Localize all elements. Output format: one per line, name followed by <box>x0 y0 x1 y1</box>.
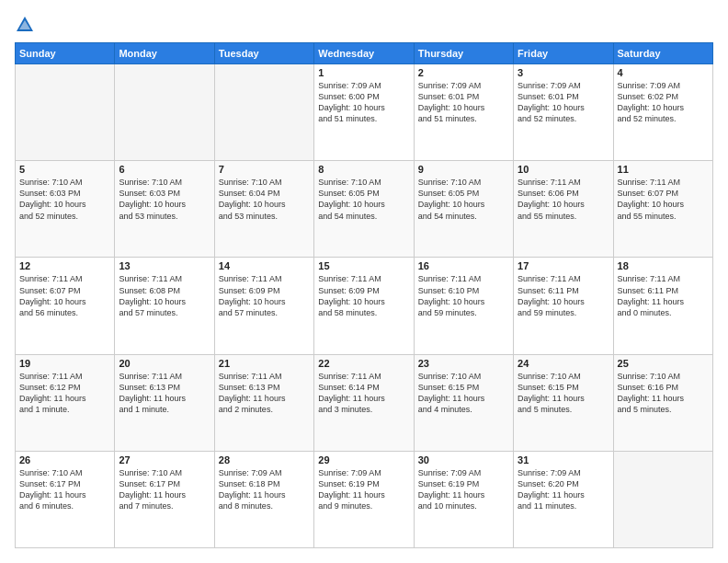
day-info: Sunrise: 7:09 AM Sunset: 6:19 PM Dayligh… <box>318 467 409 512</box>
week-row-5: 26Sunrise: 7:10 AM Sunset: 6:17 PM Dayli… <box>16 451 713 547</box>
day-number: 26 <box>19 454 110 465</box>
day-number: 14 <box>219 260 310 271</box>
day-info: Sunrise: 7:09 AM Sunset: 6:20 PM Dayligh… <box>518 467 609 512</box>
day-cell: 18Sunrise: 7:11 AM Sunset: 6:11 PM Dayli… <box>613 258 712 354</box>
week-row-4: 19Sunrise: 7:11 AM Sunset: 6:12 PM Dayli… <box>16 354 713 451</box>
day-cell: 22Sunrise: 7:11 AM Sunset: 6:14 PM Dayli… <box>314 354 414 451</box>
day-info: Sunrise: 7:09 AM Sunset: 6:01 PM Dayligh… <box>418 80 509 125</box>
day-info: Sunrise: 7:09 AM Sunset: 6:19 PM Dayligh… <box>418 467 509 512</box>
weekday-header-sunday: Sunday <box>16 43 115 64</box>
day-info: Sunrise: 7:09 AM Sunset: 6:01 PM Dayligh… <box>518 80 609 125</box>
day-number: 22 <box>318 358 409 369</box>
day-number: 9 <box>418 164 509 175</box>
header <box>15 15 713 35</box>
day-cell <box>214 64 313 161</box>
day-info: Sunrise: 7:11 AM Sunset: 6:08 PM Dayligh… <box>119 273 210 318</box>
day-cell: 11Sunrise: 7:11 AM Sunset: 6:07 PM Dayli… <box>613 161 712 258</box>
day-info: Sunrise: 7:10 AM Sunset: 6:16 PM Dayligh… <box>618 371 709 416</box>
day-cell: 12Sunrise: 7:11 AM Sunset: 6:07 PM Dayli… <box>16 258 115 354</box>
day-cell: 21Sunrise: 7:11 AM Sunset: 6:13 PM Dayli… <box>214 354 313 451</box>
day-number: 1 <box>318 67 409 78</box>
day-number: 13 <box>119 260 210 271</box>
day-info: Sunrise: 7:10 AM Sunset: 6:15 PM Dayligh… <box>518 371 609 416</box>
day-number: 29 <box>318 454 409 465</box>
day-cell: 29Sunrise: 7:09 AM Sunset: 6:19 PM Dayli… <box>314 451 414 547</box>
page: SundayMondayTuesdayWednesdayThursdayFrid… <box>0 0 728 563</box>
week-row-2: 5Sunrise: 7:10 AM Sunset: 6:03 PM Daylig… <box>16 161 713 258</box>
day-info: Sunrise: 7:11 AM Sunset: 6:11 PM Dayligh… <box>518 273 609 318</box>
day-cell: 9Sunrise: 7:10 AM Sunset: 6:05 PM Daylig… <box>414 161 513 258</box>
day-info: Sunrise: 7:11 AM Sunset: 6:07 PM Dayligh… <box>19 273 110 318</box>
day-cell: 17Sunrise: 7:11 AM Sunset: 6:11 PM Dayli… <box>514 258 613 354</box>
day-cell: 28Sunrise: 7:09 AM Sunset: 6:18 PM Dayli… <box>214 451 313 547</box>
day-number: 31 <box>518 454 609 465</box>
day-cell <box>613 451 712 547</box>
day-cell: 4Sunrise: 7:09 AM Sunset: 6:02 PM Daylig… <box>613 64 712 161</box>
weekday-header-row: SundayMondayTuesdayWednesdayThursdayFrid… <box>16 43 713 64</box>
day-cell: 8Sunrise: 7:10 AM Sunset: 6:05 PM Daylig… <box>314 161 414 258</box>
day-cell: 27Sunrise: 7:10 AM Sunset: 6:17 PM Dayli… <box>115 451 214 547</box>
day-info: Sunrise: 7:11 AM Sunset: 6:06 PM Dayligh… <box>518 177 609 222</box>
day-info: Sunrise: 7:11 AM Sunset: 6:13 PM Dayligh… <box>219 371 310 416</box>
day-number: 27 <box>119 454 210 465</box>
day-info: Sunrise: 7:09 AM Sunset: 6:02 PM Dayligh… <box>618 80 709 125</box>
day-cell: 14Sunrise: 7:11 AM Sunset: 6:09 PM Dayli… <box>214 258 313 354</box>
weekday-header-thursday: Thursday <box>414 43 513 64</box>
day-cell: 1Sunrise: 7:09 AM Sunset: 6:00 PM Daylig… <box>314 64 414 161</box>
day-info: Sunrise: 7:10 AM Sunset: 6:17 PM Dayligh… <box>119 467 210 512</box>
day-info: Sunrise: 7:10 AM Sunset: 6:15 PM Dayligh… <box>418 371 509 416</box>
day-cell: 25Sunrise: 7:10 AM Sunset: 6:16 PM Dayli… <box>613 354 712 451</box>
day-number: 16 <box>418 260 509 271</box>
day-number: 3 <box>518 67 609 78</box>
day-number: 25 <box>618 358 709 369</box>
day-number: 21 <box>219 358 310 369</box>
weekday-header-saturday: Saturday <box>613 43 712 64</box>
day-info: Sunrise: 7:10 AM Sunset: 6:05 PM Dayligh… <box>418 177 509 222</box>
day-cell: 2Sunrise: 7:09 AM Sunset: 6:01 PM Daylig… <box>414 64 513 161</box>
day-cell: 13Sunrise: 7:11 AM Sunset: 6:08 PM Dayli… <box>115 258 214 354</box>
day-info: Sunrise: 7:10 AM Sunset: 6:03 PM Dayligh… <box>19 177 110 222</box>
day-number: 8 <box>318 164 409 175</box>
day-info: Sunrise: 7:11 AM Sunset: 6:10 PM Dayligh… <box>418 273 509 318</box>
day-number: 6 <box>119 164 210 175</box>
day-number: 12 <box>19 260 110 271</box>
day-cell <box>115 64 214 161</box>
day-number: 23 <box>418 358 509 369</box>
day-info: Sunrise: 7:10 AM Sunset: 6:03 PM Dayligh… <box>119 177 210 222</box>
day-cell: 26Sunrise: 7:10 AM Sunset: 6:17 PM Dayli… <box>16 451 115 547</box>
day-cell: 20Sunrise: 7:11 AM Sunset: 6:13 PM Dayli… <box>115 354 214 451</box>
day-cell: 24Sunrise: 7:10 AM Sunset: 6:15 PM Dayli… <box>514 354 613 451</box>
day-info: Sunrise: 7:10 AM Sunset: 6:04 PM Dayligh… <box>219 177 310 222</box>
day-cell: 10Sunrise: 7:11 AM Sunset: 6:06 PM Dayli… <box>514 161 613 258</box>
week-row-3: 12Sunrise: 7:11 AM Sunset: 6:07 PM Dayli… <box>16 258 713 354</box>
day-cell: 6Sunrise: 7:10 AM Sunset: 6:03 PM Daylig… <box>115 161 214 258</box>
day-number: 17 <box>518 260 609 271</box>
day-info: Sunrise: 7:11 AM Sunset: 6:07 PM Dayligh… <box>618 177 709 222</box>
weekday-header-tuesday: Tuesday <box>214 43 313 64</box>
day-cell: 30Sunrise: 7:09 AM Sunset: 6:19 PM Dayli… <box>414 451 513 547</box>
day-number: 18 <box>618 260 709 271</box>
day-cell: 5Sunrise: 7:10 AM Sunset: 6:03 PM Daylig… <box>16 161 115 258</box>
day-cell: 31Sunrise: 7:09 AM Sunset: 6:20 PM Dayli… <box>514 451 613 547</box>
day-info: Sunrise: 7:11 AM Sunset: 6:11 PM Dayligh… <box>618 273 709 318</box>
day-number: 15 <box>318 260 409 271</box>
day-number: 2 <box>418 67 509 78</box>
day-cell: 15Sunrise: 7:11 AM Sunset: 6:09 PM Dayli… <box>314 258 414 354</box>
day-number: 19 <box>19 358 110 369</box>
day-number: 4 <box>618 67 709 78</box>
day-cell: 3Sunrise: 7:09 AM Sunset: 6:01 PM Daylig… <box>514 64 613 161</box>
logo-icon <box>15 15 35 35</box>
day-info: Sunrise: 7:10 AM Sunset: 6:05 PM Dayligh… <box>318 177 409 222</box>
logo <box>15 15 39 35</box>
day-info: Sunrise: 7:10 AM Sunset: 6:17 PM Dayligh… <box>19 467 110 512</box>
day-number: 5 <box>19 164 110 175</box>
day-info: Sunrise: 7:11 AM Sunset: 6:12 PM Dayligh… <box>19 371 110 416</box>
day-info: Sunrise: 7:11 AM Sunset: 6:09 PM Dayligh… <box>219 273 310 318</box>
day-info: Sunrise: 7:11 AM Sunset: 6:14 PM Dayligh… <box>318 371 409 416</box>
day-cell <box>16 64 115 161</box>
day-info: Sunrise: 7:09 AM Sunset: 6:00 PM Dayligh… <box>318 80 409 125</box>
day-cell: 16Sunrise: 7:11 AM Sunset: 6:10 PM Dayli… <box>414 258 513 354</box>
day-number: 28 <box>219 454 310 465</box>
day-number: 24 <box>518 358 609 369</box>
day-info: Sunrise: 7:11 AM Sunset: 6:09 PM Dayligh… <box>318 273 409 318</box>
